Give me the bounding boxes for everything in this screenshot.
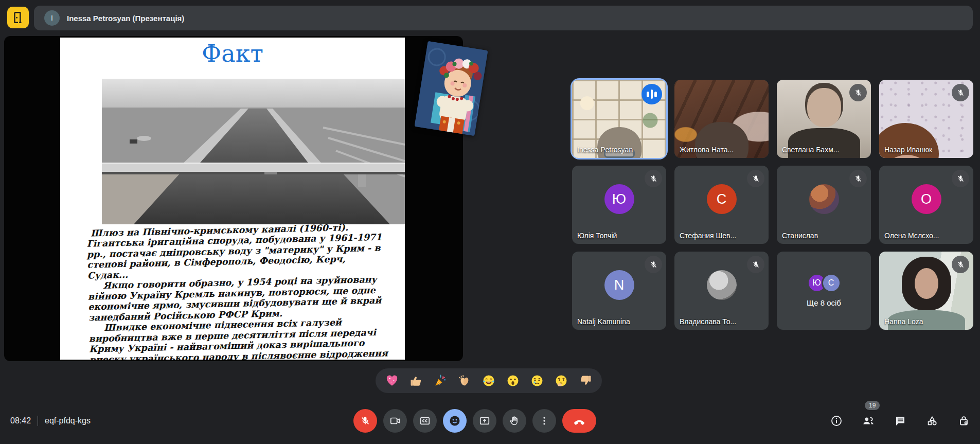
- overflow-count-label: Ще 8 осіб: [777, 298, 871, 307]
- raise-hand-button[interactable]: [503, 409, 526, 433]
- slide: Факт: [60, 38, 405, 360]
- participant-name: Станислав: [782, 232, 818, 240]
- participant-name: Юлія Топчій: [577, 232, 617, 240]
- overflow-avatars: Ю С: [809, 275, 840, 291]
- participant-tile-vladyslava[interactable]: Владислава То...: [674, 252, 769, 330]
- mic-off-icon: [952, 84, 969, 101]
- crying-face-reaction[interactable]: [529, 373, 545, 388]
- more-options-button[interactable]: [532, 409, 556, 433]
- shared-presentation: Факт: [4, 36, 463, 361]
- thumbs-up-reaction[interactable]: [408, 373, 424, 388]
- participant-name: Hanna Loza: [884, 317, 923, 326]
- app-logo[interactable]: [7, 7, 29, 28]
- participant-tile-yuliia[interactable]: Ю Юлія Топчій: [572, 166, 666, 244]
- participant-name: Natalj Kamunina: [577, 317, 630, 326]
- presentation-title: Inessa Petrosyan (Презентація): [67, 14, 184, 23]
- participant-name: Олена Мєлєхо...: [884, 232, 939, 240]
- participant-tile-stefania[interactable]: С Стефания Шев...: [674, 166, 769, 244]
- host-controls-button[interactable]: [957, 414, 971, 428]
- mic-off-button[interactable]: [353, 409, 377, 433]
- lock-icon: [958, 415, 970, 427]
- speaking-indicator-icon: [642, 84, 662, 104]
- sparkling-heart-reaction[interactable]: [384, 373, 400, 388]
- meeting-info: 08:42 eqf-pfdq-kgs: [10, 408, 91, 434]
- call-controls: [353, 409, 596, 433]
- avatar: С: [823, 275, 840, 291]
- participants-grid: Inessa Petrosyan Житлова Ната... Светлан…: [572, 80, 973, 330]
- participant-name: Житлова Ната...: [680, 146, 734, 154]
- presenter-avatar: I: [44, 10, 60, 26]
- thumbs-down-reaction[interactable]: [578, 373, 593, 388]
- info-icon: [830, 415, 843, 427]
- participant-tile-nazar[interactable]: Назар Иванюк: [879, 80, 973, 158]
- reactions-bar: [376, 368, 602, 393]
- surprised-face-reaction[interactable]: [505, 373, 521, 388]
- smiley-icon: [449, 415, 461, 427]
- more-vertical-icon: [539, 415, 550, 427]
- person-silhouette: [915, 268, 938, 299]
- avatar: О: [912, 184, 941, 214]
- meeting-details-button[interactable]: [830, 414, 843, 428]
- participant-tile-svetlana[interactable]: Светлана Бахм...: [777, 80, 871, 158]
- thinking-face-reaction[interactable]: [554, 373, 569, 388]
- people-icon: [862, 414, 875, 428]
- participant-tile-hanna[interactable]: Hanna Loza: [879, 252, 973, 330]
- end-call-button[interactable]: [562, 409, 596, 433]
- participant-name: Светлана Бахм...: [782, 146, 839, 154]
- clapping-hands-reaction[interactable]: [457, 373, 472, 388]
- captions-button[interactable]: [413, 409, 437, 433]
- google-meet-window: I Inessa Petrosyan (Презентація) Факт: [0, 0, 980, 444]
- end-call-icon: [573, 414, 586, 428]
- present-icon: [479, 415, 490, 427]
- panel-icons: 19: [830, 409, 971, 433]
- participant-name: Назар Иванюк: [884, 146, 932, 154]
- mic-off-icon: [849, 170, 867, 187]
- mic-off-icon: [747, 256, 764, 273]
- participant-tile-olena[interactable]: О Олена Мєлєхо...: [879, 166, 973, 244]
- slide-body-text: Шлюз на Північно-кримському каналі (1960…: [86, 221, 390, 360]
- mic-off-icon: [645, 256, 662, 273]
- chat-panel-button[interactable]: [894, 414, 907, 428]
- camera-icon: [389, 415, 401, 427]
- chat-icon: [894, 415, 906, 427]
- clock-time: 08:42: [10, 416, 31, 425]
- party-popper-reaction[interactable]: [433, 373, 448, 388]
- meeting-code: eqf-pfdq-kgs: [45, 416, 91, 425]
- overflow-tile-more-people[interactable]: Ю С Ще 8 осіб: [777, 252, 871, 330]
- participant-name: Владислава То...: [680, 317, 736, 326]
- reactions-button[interactable]: [443, 409, 467, 433]
- presentation-title-bar: I Inessa Petrosyan (Презентація): [34, 6, 973, 30]
- participant-name: Стефания Шев...: [680, 232, 736, 240]
- participant-count-badge: 19: [865, 401, 880, 410]
- camera-button[interactable]: [383, 409, 407, 433]
- activities-button[interactable]: [925, 414, 939, 428]
- hand-icon: [509, 415, 520, 427]
- avatar: [707, 270, 737, 300]
- person-silhouette: [807, 88, 841, 127]
- participant-tile-natalj[interactable]: N Natalj Kamunina: [572, 252, 666, 330]
- participant-tile-inessa[interactable]: Inessa Petrosyan: [572, 80, 666, 158]
- people-panel-button[interactable]: 19: [862, 414, 875, 428]
- avatar: [809, 184, 839, 214]
- slide-paragraph: Якщо говорити образно, у 1954 році на зр…: [87, 274, 389, 323]
- avatar: С: [707, 184, 737, 214]
- mic-off-icon: [747, 170, 764, 187]
- slide-title: Факт: [60, 41, 405, 67]
- canal-photo: [102, 79, 405, 224]
- mic-off-icon: [952, 256, 969, 273]
- tears-of-joy-reaction[interactable]: [481, 373, 496, 388]
- participant-name: Inessa Petrosyan: [577, 146, 633, 154]
- mic-off-icon: [952, 170, 969, 187]
- avatar: Ю: [604, 184, 634, 214]
- mic-off-icon: [849, 84, 867, 101]
- slide-paragraph: Шлюз на Північно-кримському каналі (1960…: [86, 221, 388, 281]
- mic-off-icon: [645, 170, 662, 187]
- participant-tile-zhytlova[interactable]: Житлова Ната...: [674, 80, 769, 158]
- participant-tile-stanislav[interactable]: Станислав: [777, 166, 871, 244]
- doll-painting: [415, 41, 488, 136]
- avatar: N: [604, 270, 634, 300]
- captions-icon: [419, 415, 431, 427]
- divider: [38, 416, 38, 426]
- shapes-icon: [926, 415, 938, 427]
- present-screen-button[interactable]: [473, 409, 496, 433]
